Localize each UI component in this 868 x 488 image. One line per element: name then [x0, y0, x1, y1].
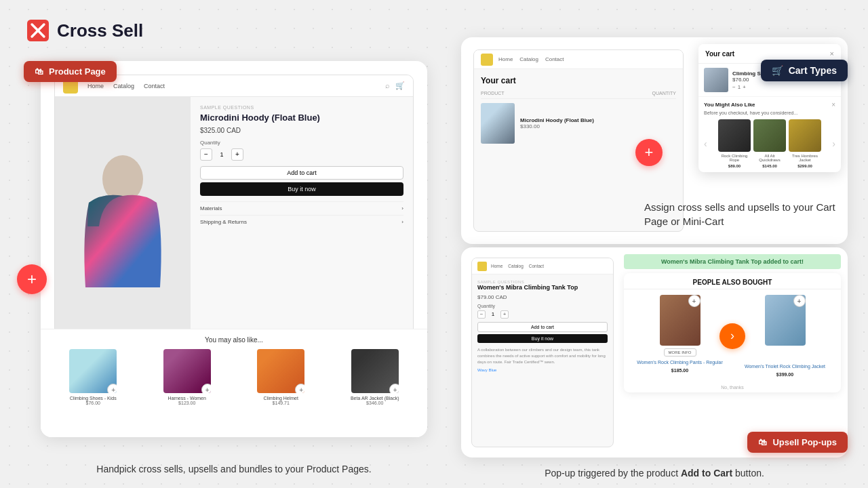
cart-types-label: Cart Types: [789, 65, 837, 76]
cart-icon: 🛒: [772, 65, 783, 76]
product-thumb-name: Beta AR Jacket (Black): [351, 396, 399, 401]
you-might-subtitle: Before you checkout, have you considered…: [704, 110, 835, 115]
cart-icon[interactable]: 🛒: [395, 81, 405, 90]
cart-item-price: $330.00: [520, 123, 676, 129]
pp-buy-now[interactable]: Buy it now: [477, 334, 608, 343]
nav2-catalog[interactable]: Catalog: [519, 56, 538, 62]
add-to-cart-button[interactable]: Add to cart: [200, 166, 403, 180]
pp-qty-increase[interactable]: +: [500, 310, 509, 319]
pab-header: PEOPLE ALSO BOUGHT: [624, 273, 841, 289]
product-price: $299.00: [797, 164, 812, 168]
app-title: Cross Sell: [57, 20, 143, 41]
product-page-icon: 🛍: [35, 66, 43, 77]
qty-row: − 1 +: [200, 148, 403, 161]
product-area: SAMPLE QUESTIONS Microdini Hoody (Float …: [55, 97, 413, 355]
you-might-products: Rock ClimbingRope $89.00 All AltQuickdra…: [704, 119, 835, 168]
product-thumb-price: $149.71: [273, 401, 290, 405]
materials-label: Materials: [200, 205, 222, 211]
pp-add-to-cart[interactable]: Add to cart: [477, 322, 608, 332]
shipping-accordion[interactable]: Shipping & Returns ›: [200, 215, 403, 228]
harness-thumbnail: +: [163, 349, 211, 393]
more-info-button[interactable]: MORE INFO: [664, 348, 696, 357]
product-price: $145.00: [762, 164, 777, 168]
qty-label: Quantity: [200, 140, 403, 146]
shipping-chevron: ›: [401, 219, 403, 225]
materials-chevron: ›: [401, 205, 403, 211]
pab-product-container: +: [660, 295, 701, 346]
helmet-thumbnail: +: [257, 349, 304, 393]
pp-qty-value: 1: [488, 311, 498, 317]
add-product-icon[interactable]: +: [107, 384, 117, 393]
product-page-bar: Home Catalog Contact: [472, 258, 613, 274]
product-thumb-name: Climbing Helmet: [264, 396, 298, 401]
you-might-like-section: You Might Also Like × Before you checkou…: [698, 97, 841, 172]
bottom-right-description: Pop-up triggered by the product Add to C…: [461, 468, 848, 479]
nav-catalog[interactable]: Catalog: [113, 83, 134, 89]
product-image-area: [55, 97, 191, 355]
cart-types-badge: 🛒 Cart Types: [761, 60, 848, 81]
qty-minus[interactable]: −: [732, 84, 736, 90]
buy-now-button[interactable]: Buy it now: [200, 182, 403, 196]
pp-nav-contact[interactable]: Contact: [529, 264, 544, 268]
pp-qty-row: − 1 +: [477, 310, 608, 319]
next-arrow[interactable]: ›: [832, 138, 835, 149]
people-also-bought-section: PEOPLE ALSO BOUGHT › + MORE INFO Women's…: [624, 273, 841, 392]
search-icon[interactable]: ⌕: [385, 81, 390, 90]
list-item: + Harness - Women $123.00: [157, 349, 218, 405]
product-price: $325.00 CAD: [200, 127, 403, 134]
description-end: button.: [735, 468, 764, 479]
nav2-contact[interactable]: Contact: [545, 56, 564, 62]
you-might-title: You Might Also Like: [704, 102, 755, 108]
prev-arrow[interactable]: ‹: [704, 138, 707, 149]
product-page-inner: Home Catalog Contact SAMPLE QUESTIONS Wo…: [471, 258, 614, 447]
pp-price: $79.00 CAD: [477, 294, 608, 300]
nav-home[interactable]: Home: [87, 83, 104, 89]
add-item-icon[interactable]: +: [688, 295, 701, 307]
qty-decrease[interactable]: −: [200, 148, 212, 161]
product-page-browser: Home Catalog Contact ⌕ 🛒: [54, 75, 414, 356]
mini-cart-close-button[interactable]: ×: [830, 49, 834, 58]
nav2-home[interactable]: Home: [498, 56, 513, 62]
add-product-icon[interactable]: +: [389, 384, 399, 393]
right-bottom-panel: Home Catalog Contact SAMPLE QUESTIONS Wo…: [461, 247, 848, 458]
add-product-icon[interactable]: +: [295, 384, 304, 393]
view-product-arrow[interactable]: ›: [719, 323, 745, 349]
pp-description: A collaboration between our climbers and…: [477, 347, 608, 365]
cross-sell-logo: [27, 20, 49, 41]
product-page-badge: 🛍 Product Page: [24, 61, 117, 82]
no-thanks-link[interactable]: No, thanks: [624, 382, 841, 392]
pp-nav-home[interactable]: Home: [491, 264, 502, 268]
list-item: + Women's Triolet Rock Climbing Jacket $…: [734, 295, 835, 377]
pp-content: SAMPLE QUESTIONS Women's Mibra Climbing …: [472, 274, 613, 378]
pp-nav-catalog[interactable]: Catalog: [508, 264, 523, 268]
add-product-icon[interactable]: +: [201, 384, 211, 393]
qty-plus[interactable]: +: [743, 84, 746, 90]
pab-product-price: $399.00: [776, 372, 793, 377]
qty-value: 1: [215, 151, 229, 158]
upsell-icon: 🛍: [758, 437, 767, 447]
pp-nav: Home Catalog Contact: [491, 264, 544, 268]
pab-product-name: Women's Triolet Rock Climbing Jacket: [745, 363, 825, 369]
nav-contact[interactable]: Contact: [144, 83, 165, 89]
you-might-close[interactable]: ×: [831, 101, 835, 108]
description-bold: Add to Cart: [681, 468, 732, 479]
pp-qty-decrease[interactable]: −: [477, 310, 486, 319]
product-thumb-price: $76.00: [86, 401, 100, 405]
mini-cart-item-image: [704, 68, 728, 92]
materials-accordion[interactable]: Materials ›: [200, 201, 403, 215]
cart-item-info: Microdini Hoody (Float Blue) $330.00: [520, 117, 676, 129]
product-thumbnail: [789, 119, 821, 152]
header: Cross Sell: [0, 0, 434, 61]
add-cross-sell-button-left[interactable]: +: [17, 264, 47, 294]
cart-content: Your cart PRODUCT QUANTITY Microdini Hoo…: [474, 69, 683, 150]
add-cross-sell-button-right[interactable]: +: [635, 139, 663, 166]
added-to-cart-notification: Women's Mibra Climbing Tank Top added to…: [624, 254, 841, 269]
product-image: [68, 152, 177, 301]
upsell-popup-overlay: Women's Mibra Climbing Tank Top added to…: [617, 247, 848, 458]
qty-increase[interactable]: +: [231, 148, 243, 161]
list-item: + Beta AR Jacket (Black) $346.00: [344, 349, 406, 405]
add-item-icon[interactable]: +: [793, 295, 806, 307]
product-name: Microdini Hoody (Float Blue): [200, 113, 403, 124]
list-item: Tres HombresJacket $299.00: [789, 119, 821, 168]
shipping-label: Shipping & Returns: [200, 219, 247, 225]
